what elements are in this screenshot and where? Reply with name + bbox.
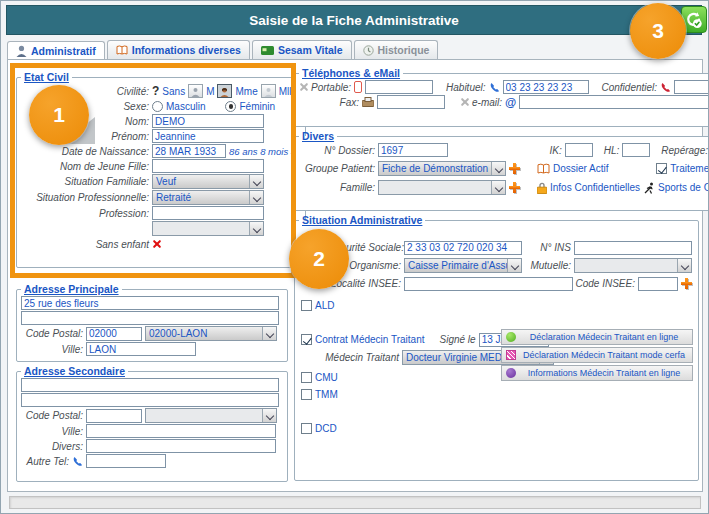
adresse1-ville-field[interactable] xyxy=(86,342,196,356)
civilite-mlle-icon[interactable] xyxy=(261,84,276,98)
fax-field[interactable] xyxy=(377,95,445,109)
add-famille-icon[interactable] xyxy=(509,182,520,193)
portable-label: Portable: xyxy=(311,82,351,93)
situation-administrative-legend[interactable]: Situation Administrative xyxy=(299,214,425,226)
chevron-down-icon[interactable] xyxy=(249,222,263,235)
civilite-option-m[interactable]: M xyxy=(206,86,214,97)
civilite-m-icon[interactable] xyxy=(188,84,203,98)
sans-enfant-x-icon[interactable] xyxy=(152,239,161,249)
adresse2-divers-field[interactable] xyxy=(86,439,276,453)
add-code-insee-icon[interactable] xyxy=(681,278,692,289)
chevron-down-icon[interactable] xyxy=(507,259,521,272)
confidentiel-field[interactable] xyxy=(674,80,709,94)
radio-feminin[interactable] xyxy=(225,101,236,112)
ik-field[interactable] xyxy=(565,143,593,157)
clear-email-icon[interactable] xyxy=(460,97,469,107)
radio-feminin-label[interactable]: Féminin xyxy=(239,101,275,112)
clear-portable-icon[interactable] xyxy=(299,82,308,92)
chevron-down-icon[interactable] xyxy=(491,181,505,194)
traitement-habituel-label[interactable]: Traitement Habituel xyxy=(670,163,709,174)
adresse1-cp-ville-value: 02000-LAON xyxy=(146,328,262,339)
autre-tel-field[interactable] xyxy=(86,454,166,468)
adresse-secondaire-legend[interactable]: Adresse Secondaire xyxy=(21,365,128,377)
nom-field[interactable] xyxy=(152,114,264,128)
adresse-principale-legend[interactable]: Adresse Principale xyxy=(21,283,122,295)
situation-professionnelle-select[interactable]: Retraité xyxy=(152,190,264,205)
tmm-label[interactable]: TMM xyxy=(315,389,338,400)
adresse2-cp-ville-select[interactable] xyxy=(145,408,277,423)
email-field[interactable] xyxy=(519,95,709,109)
tab-historique[interactable]: Historique xyxy=(354,40,439,60)
prenom-field[interactable] xyxy=(152,129,264,143)
chevron-down-icon[interactable] xyxy=(249,175,263,188)
sans-enfant-label: Sans enfant xyxy=(21,239,149,250)
tab-administratif[interactable]: Administratif xyxy=(7,41,105,61)
adresse1-code-postal-field[interactable] xyxy=(86,327,142,341)
radio-masculin[interactable] xyxy=(152,101,163,112)
chevron-down-icon[interactable] xyxy=(249,191,263,204)
civilite-option-mme[interactable]: Mme xyxy=(235,86,257,97)
dcd-checkbox[interactable] xyxy=(301,423,312,434)
ins-field[interactable] xyxy=(574,241,692,255)
chevron-down-icon[interactable] xyxy=(677,259,691,272)
organisme-row: Organisme: Caisse Primaire d'Assur Mutue… xyxy=(301,258,692,273)
tab-sesam-vitale[interactable]: Sesam Vitale xyxy=(252,40,352,60)
radio-masculin-label[interactable]: Masculin xyxy=(166,101,205,112)
adresse1-ligne1-field[interactable] xyxy=(21,296,279,310)
adresse2-ligne2-field[interactable] xyxy=(21,393,279,407)
button-label: Informations Médecin Traitant en ligne xyxy=(520,368,688,378)
organisme-select[interactable]: Caisse Primaire d'Assur xyxy=(404,258,522,273)
contrat-mt-checkbox[interactable] xyxy=(301,334,312,345)
famille-select[interactable] xyxy=(378,180,506,195)
hl-label: HL: xyxy=(604,145,620,156)
groupe-patient-select[interactable]: Fiche de Démonstration xyxy=(378,161,506,176)
n-dossier-field[interactable] xyxy=(378,143,448,157)
dcd-label[interactable]: DCD xyxy=(315,423,337,434)
telephones-legend[interactable]: Téléphones & eMail xyxy=(299,67,403,79)
civilite-mme-icon[interactable] xyxy=(217,84,232,98)
adresse2-code-postal-field[interactable] xyxy=(86,409,142,423)
chevron-down-icon[interactable] xyxy=(262,327,276,340)
localite-insee-field[interactable] xyxy=(404,277,573,291)
adresse2-ville-field[interactable] xyxy=(86,424,276,438)
traitement-habituel-checkbox[interactable] xyxy=(656,163,667,174)
add-groupe-patient-icon[interactable] xyxy=(509,163,520,174)
profession-field[interactable] xyxy=(152,206,264,220)
chevron-down-icon[interactable] xyxy=(491,162,505,175)
nom-jeune-fille-field[interactable] xyxy=(152,159,264,173)
declaration-mt-cerfa-button[interactable]: Déclaration Médecin Traitant mode cerfa xyxy=(501,347,693,363)
cmu-label[interactable]: CMU xyxy=(315,372,338,383)
adresse2-ligne1-field[interactable] xyxy=(21,378,279,392)
adresse1-ligne2-field[interactable] xyxy=(21,311,279,325)
situation-familiale-select[interactable]: Veuf xyxy=(152,174,264,189)
ald-checkbox[interactable] xyxy=(301,300,312,311)
code-insee-field[interactable] xyxy=(638,277,678,291)
tab-informations-diverses[interactable]: Informations diverses xyxy=(107,40,250,60)
informations-mt-en-ligne-button[interactable]: Informations Médecin Traitant en ligne xyxy=(501,365,693,381)
situation-familiale-row: Situation Familiale: Veuf xyxy=(21,174,301,189)
runner-icon[interactable] xyxy=(643,182,655,194)
infos-confidentielles-label[interactable]: Infos Confidentielles xyxy=(550,182,640,193)
chevron-down-icon[interactable] xyxy=(262,409,276,422)
lock-icon[interactable] xyxy=(537,182,547,194)
divers-legend[interactable]: Divers xyxy=(299,130,337,142)
date-naissance-field[interactable] xyxy=(152,144,226,158)
nss-field[interactable] xyxy=(404,241,522,255)
profession-extra-select[interactable] xyxy=(152,221,264,236)
ald-label[interactable]: ALD xyxy=(315,300,334,311)
declaration-mt-en-ligne-button[interactable]: Déclaration Médecin Traitant en ligne xyxy=(501,329,693,345)
sports-competition-label[interactable]: Sports de Compétition xyxy=(658,182,709,193)
adresse1-cp-ville-select[interactable]: 02000-LAON xyxy=(145,326,277,341)
civilite-option-sans[interactable]: Sans xyxy=(162,86,185,97)
habituel-field[interactable] xyxy=(503,80,589,94)
dossier-actif-label[interactable]: Dossier Actif xyxy=(553,163,609,174)
etat-civil-legend[interactable]: Etat Civil xyxy=(21,71,72,83)
cmu-checkbox[interactable] xyxy=(301,372,312,383)
book-icon[interactable] xyxy=(537,163,550,174)
ville-label: Ville: xyxy=(21,344,83,355)
contrat-mt-label[interactable]: Contrat Médecin Traitant xyxy=(315,334,425,345)
mutuelle-select[interactable] xyxy=(574,258,692,273)
hl-field[interactable] xyxy=(622,143,650,157)
tmm-checkbox[interactable] xyxy=(301,389,312,400)
portable-field[interactable] xyxy=(365,80,433,94)
